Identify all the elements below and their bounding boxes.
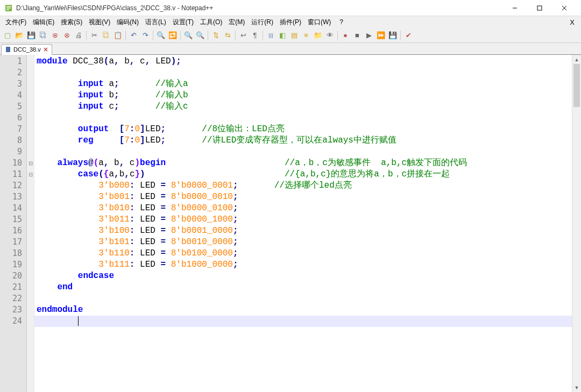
line-number[interactable]: 6 xyxy=(0,112,26,124)
play-multi-icon[interactable]: ⏩ xyxy=(375,30,386,41)
scroll-up-icon[interactable]: ▲ xyxy=(572,55,581,64)
code-line[interactable]: 3'b100: LED = 8'b0001_0000; xyxy=(34,225,581,237)
code-line[interactable]: reg [7:0]LED; //讲LED变成寄存器型，可以在always中进行赋… xyxy=(34,135,581,146)
line-number[interactable]: 14 xyxy=(0,203,26,214)
sync-h-icon[interactable]: ⇆ xyxy=(222,30,233,41)
line-number[interactable]: 2 xyxy=(0,67,26,79)
zoom-in-icon[interactable]: 🔍 xyxy=(183,30,194,41)
menu-item[interactable]: 宏(M) xyxy=(225,17,248,28)
menu-item[interactable]: 编码(N) xyxy=(114,17,142,28)
folder-icon[interactable]: 📁 xyxy=(313,30,323,41)
titlebar[interactable]: D:\Jiang_YanWei\Files\CSDN\FPGA\class_2\… xyxy=(0,0,581,16)
undo-icon[interactable]: ↶ xyxy=(128,30,139,41)
redo-icon[interactable]: ↷ xyxy=(140,30,151,41)
line-number[interactable]: 20 xyxy=(0,270,26,282)
line-number[interactable]: 13 xyxy=(0,191,26,203)
code-line[interactable]: always@(a, b, c)begin //a，b，c为敏感事件 a,b,c… xyxy=(34,158,581,169)
open-icon[interactable]: 📂 xyxy=(14,30,25,41)
fold-marker[interactable]: ⊟ xyxy=(27,158,34,169)
close-all-icon[interactable]: ⊗ xyxy=(61,30,72,41)
stop-icon[interactable]: ■ xyxy=(352,30,363,41)
line-number[interactable]: 22 xyxy=(0,293,26,304)
line-number[interactable]: 16 xyxy=(0,225,26,237)
code-line[interactable]: input b; //输入b xyxy=(34,90,581,101)
code-line[interactable]: 3'b111: LED = 8'b1000_0000; xyxy=(34,259,581,270)
code-line[interactable]: 3'b000: LED = 8'b0000_0001; //选择哪个led点亮 xyxy=(34,180,581,191)
new-file-icon[interactable]: ▢ xyxy=(2,30,13,41)
code-line[interactable]: end xyxy=(34,282,581,293)
scroll-down-icon[interactable]: ▼ xyxy=(572,383,581,392)
save-macro-icon[interactable]: 💾 xyxy=(387,30,398,41)
wrap-icon[interactable]: ↩ xyxy=(238,30,249,41)
code-line[interactable] xyxy=(34,316,581,327)
line-number[interactable]: 9 xyxy=(0,146,26,158)
menu-item[interactable]: 文件(F) xyxy=(2,17,30,28)
line-number[interactable]: 8 xyxy=(0,135,26,146)
menu-item[interactable]: 搜索(S) xyxy=(58,17,86,28)
record-icon[interactable]: ● xyxy=(340,30,351,41)
line-number[interactable]: 12 xyxy=(0,180,26,191)
vertical-scrollbar[interactable]: ▲ ▼ xyxy=(572,55,581,392)
line-number[interactable]: 7 xyxy=(0,124,26,135)
line-number-gutter[interactable]: 123456789101112131415161718192021222324 xyxy=(0,55,27,392)
zoom-out-icon[interactable]: 🔍 xyxy=(195,30,206,41)
code-line[interactable]: 3'b010: LED = 8'b0000_0100; xyxy=(34,203,581,214)
print-icon[interactable]: 🖨 xyxy=(73,30,84,41)
line-number[interactable]: 21 xyxy=(0,282,26,293)
close-file-icon[interactable]: ⊗ xyxy=(49,30,60,41)
indent-guide-icon[interactable]: ⫼ xyxy=(265,30,276,41)
code-line[interactable]: output [7:0]LED; //8位输出：LED点亮 xyxy=(34,124,581,135)
spellcheck-icon[interactable]: ✔ xyxy=(403,30,414,41)
code-line[interactable]: 3'b110: LED = 8'b0100_0000; xyxy=(34,248,581,259)
lang-icon[interactable]: ◧ xyxy=(277,30,288,41)
code-line[interactable]: 3'b001: LED = 8'b0000_0010; xyxy=(34,191,581,203)
line-number[interactable]: 1 xyxy=(0,56,26,67)
menu-item[interactable]: 编辑(E) xyxy=(30,17,58,28)
line-number[interactable]: 10 xyxy=(0,158,26,169)
cut-icon[interactable]: ✂ xyxy=(89,30,100,41)
line-number[interactable]: 11 xyxy=(0,169,26,180)
menu-item[interactable]: 设置(T) xyxy=(169,17,197,28)
code-line[interactable]: input c; //输入c xyxy=(34,101,581,112)
code-line[interactable]: 3'b011: LED = 8'b0000_1000; xyxy=(34,214,581,225)
close-button[interactable] xyxy=(552,1,577,16)
scroll-thumb[interactable] xyxy=(573,64,580,107)
monitor-icon[interactable]: 👁 xyxy=(324,30,335,41)
sync-v-icon[interactable]: ⇅ xyxy=(210,30,221,41)
line-number[interactable]: 24 xyxy=(0,316,26,327)
replace-icon[interactable]: 🔁 xyxy=(167,30,178,41)
code-line[interactable]: module DCC_38(a, b, c, LED); xyxy=(34,56,581,67)
tab-file[interactable]: DCC_38.v xyxy=(1,44,52,55)
find-icon[interactable]: 🔍 xyxy=(155,30,166,41)
code-line[interactable]: endmodule xyxy=(34,304,581,316)
play-icon[interactable]: ▶ xyxy=(364,30,374,41)
code-line[interactable]: input a; //输入a xyxy=(34,79,581,90)
line-number[interactable]: 5 xyxy=(0,101,26,112)
code-line[interactable]: case({a,b,c}) //{a,b,c}的意思为将a，b，c拼接在一起 xyxy=(34,169,581,180)
code-line[interactable] xyxy=(34,67,581,79)
minimize-button[interactable] xyxy=(502,1,527,16)
line-number[interactable]: 19 xyxy=(0,259,26,270)
doc-map-icon[interactable]: ▤ xyxy=(289,30,300,41)
line-number[interactable]: 23 xyxy=(0,304,26,316)
code-line[interactable]: 3'b101: LED = 8'b0010_0000; xyxy=(34,237,581,248)
menu-item[interactable]: 视图(V) xyxy=(86,17,114,28)
line-number[interactable]: 15 xyxy=(0,214,26,225)
save-icon[interactable]: 💾 xyxy=(26,30,37,41)
menu-item[interactable]: 工具(O) xyxy=(197,17,225,28)
line-number[interactable]: 17 xyxy=(0,237,26,248)
line-number[interactable]: 4 xyxy=(0,90,26,101)
menu-close-x[interactable]: X xyxy=(570,18,579,26)
code-line[interactable] xyxy=(34,293,581,304)
editor[interactable]: 123456789101112131415161718192021222324 … xyxy=(0,55,581,392)
menu-item[interactable]: 运行(R) xyxy=(248,17,277,28)
save-all-icon[interactable]: ⿻ xyxy=(38,30,48,41)
copy-icon[interactable]: ⿻ xyxy=(101,30,111,41)
menu-item[interactable]: 语言(L) xyxy=(142,17,169,28)
fold-column[interactable]: ⊟⊟ xyxy=(27,55,34,392)
tab-close-icon[interactable] xyxy=(43,47,48,52)
func-list-icon[interactable]: ≡ xyxy=(301,30,311,41)
menu-help[interactable]: ? xyxy=(336,17,346,27)
code-area[interactable]: module DCC_38(a, b, c, LED); input a; //… xyxy=(34,55,581,392)
code-line[interactable]: endcase xyxy=(34,270,581,282)
